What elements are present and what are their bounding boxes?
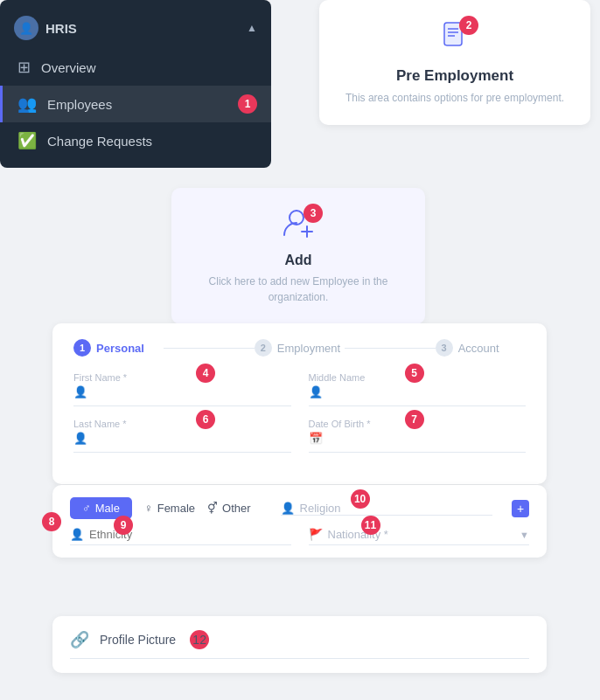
other-icon: ⚥: [207, 502, 218, 515]
sidebar-item-label: Change Requests: [47, 134, 152, 149]
personal-form-card: 1 Personal 2 Employment 3 Account 4 👤 Fi…: [52, 323, 547, 484]
app-name: HRIS: [45, 21, 77, 36]
male-label: Male: [95, 502, 120, 515]
step-employment[interactable]: 2 Employment: [255, 339, 345, 357]
dob-input[interactable]: [309, 433, 527, 446]
person-icon-first: 👤: [73, 385, 87, 399]
badge-8: 8: [42, 512, 61, 531]
badge-10: 10: [351, 489, 370, 509]
person-icon-last: 👤: [73, 432, 87, 445]
pre-employment-card: 2 Pre Employment This area contains opti…: [319, 0, 590, 125]
step-personal[interactable]: 1 Personal: [73, 339, 164, 357]
first-name-input[interactable]: [73, 386, 291, 399]
name-row-2: 6 👤 Last Name * 7 📅 Date Of Birth *: [73, 419, 526, 453]
overview-icon: ⊞: [17, 58, 31, 77]
ethnicity-icon: 👤: [70, 528, 84, 541]
profile-pic-label: Profile Picture: [100, 633, 176, 647]
female-icon: ♀: [144, 502, 153, 515]
step-divider-1: [164, 348, 254, 349]
middle-name-input[interactable]: [309, 386, 527, 399]
step-label-employment: Employment: [277, 342, 340, 355]
step-num-2: 2: [255, 339, 272, 357]
gender-female[interactable]: ♀ Female: [144, 502, 195, 515]
gender-row: 8 ♂ Male ♀ Female ⚥ Other 10 👤 Religion …: [70, 497, 529, 519]
sidebar-item-label: Employees: [47, 97, 112, 112]
badge-1: 1: [238, 94, 257, 114]
sidebar-item-label: Overview: [41, 60, 96, 75]
employees-icon: 👥: [17, 94, 37, 114]
gender-religion-card: 8 ♂ Male ♀ Female ⚥ Other 10 👤 Religion …: [52, 485, 547, 558]
step-account[interactable]: 3 Account: [436, 339, 526, 357]
ethnicity-field: 9 👤: [70, 528, 291, 545]
dob-field: 7 📅 Date Of Birth *: [309, 419, 527, 453]
form-steps: 1 Personal 2 Employment 3 Account: [73, 339, 526, 357]
pre-employment-icon: 2: [438, 19, 471, 60]
hris-icon: 👤: [14, 16, 38, 40]
profile-picture-card: 🔗 Profile Picture 12: [52, 616, 547, 673]
male-icon: ♂: [82, 502, 91, 515]
nationality-field: 11 🚩 Nationality * ▼: [309, 528, 530, 545]
profile-pic-divider: [70, 658, 529, 659]
badge-2: 2: [459, 16, 478, 35]
add-employee-card[interactable]: 3 Add Click here to add new Employee in …: [171, 188, 425, 324]
badge-6: 6: [196, 410, 215, 429]
person-icon-middle: 👤: [309, 385, 323, 399]
profile-pic-row: 🔗 Profile Picture 12: [70, 630, 529, 649]
step-divider-2: [345, 348, 435, 349]
pre-employment-title: Pre Employment: [396, 67, 513, 85]
religion-field: 10 👤 Religion: [281, 502, 492, 516]
gender-other[interactable]: ⚥ Other: [207, 502, 251, 515]
nationality-select[interactable]: Nationality *: [328, 528, 530, 541]
last-name-field: 6 👤 Last Name *: [73, 419, 291, 453]
sidebar-header: 👤 HRIS ▲: [0, 9, 271, 49]
badge-4: 4: [196, 364, 215, 383]
religion-add-button[interactable]: +: [512, 500, 529, 517]
profile-pic-icon: 🔗: [70, 630, 89, 649]
badge-9: 9: [114, 516, 133, 535]
sidebar-item-change-requests[interactable]: ✅ Change Requests: [0, 122, 271, 159]
nationality-arrow-icon: ▼: [520, 530, 529, 540]
step-label-account: Account: [458, 342, 499, 355]
add-employee-icon: 3: [281, 207, 316, 246]
first-name-label: First Name *: [73, 372, 291, 383]
religion-icon: 👤: [281, 502, 295, 515]
nationality-icon: 🚩: [309, 528, 323, 541]
sidebar: 👤 HRIS ▲ ⊞ Overview 👥 Employees 1 ✅ Chan…: [0, 0, 271, 168]
last-name-input[interactable]: [73, 433, 291, 446]
add-employee-title: Add: [284, 253, 311, 268]
religion-select[interactable]: Religion: [300, 502, 492, 515]
add-employee-description: Click here to add new Employee in the or…: [189, 274, 408, 305]
chevron-up-icon[interactable]: ▲: [247, 22, 257, 34]
female-label: Female: [157, 502, 195, 515]
first-name-field: 4 👤 First Name *: [73, 372, 291, 406]
change-requests-icon: ✅: [17, 131, 37, 150]
step-label-personal: Personal: [96, 342, 144, 355]
step-num-1: 1: [73, 339, 91, 357]
sidebar-item-employees[interactable]: 👥 Employees 1: [0, 86, 271, 122]
badge-11: 11: [361, 516, 380, 535]
step-num-3: 3: [436, 339, 453, 357]
sidebar-item-overview[interactable]: ⊞ Overview: [0, 49, 271, 86]
badge-12: 12: [190, 630, 209, 649]
middle-name-field: 5 👤 Middle Name: [309, 372, 527, 406]
other-label: Other: [222, 502, 251, 515]
pre-employment-description: This area contains options for pre emplo…: [345, 90, 564, 106]
ethnicity-nationality-row: 9 👤 11 🚩 Nationality * ▼: [70, 528, 529, 545]
badge-5: 5: [405, 364, 424, 383]
badge-7: 7: [405, 410, 424, 429]
calendar-icon: 📅: [309, 432, 323, 445]
last-name-label: Last Name *: [73, 419, 291, 429]
name-row-1: 4 👤 First Name * 5 👤 Middle Name: [73, 372, 526, 406]
badge-3: 3: [303, 204, 323, 223]
